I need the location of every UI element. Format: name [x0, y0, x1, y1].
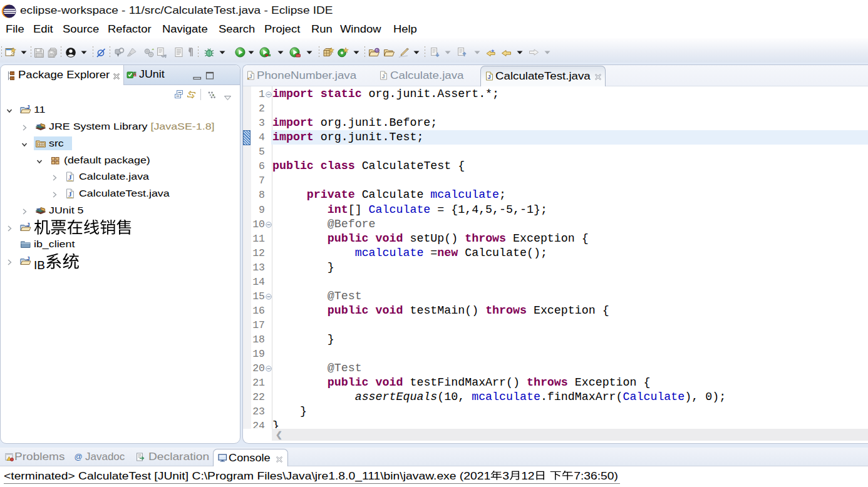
svg-text:J: J — [27, 256, 30, 262]
svg-text:@: @ — [75, 452, 83, 461]
svg-text:J: J — [27, 105, 30, 110]
svg-text:J: J — [382, 73, 385, 79]
svg-text:J: J — [249, 73, 252, 79]
svg-text:J: J — [68, 173, 72, 181]
svg-text:J: J — [68, 190, 72, 198]
svg-text:J: J — [27, 222, 30, 228]
svg-text:J: J — [488, 74, 491, 80]
